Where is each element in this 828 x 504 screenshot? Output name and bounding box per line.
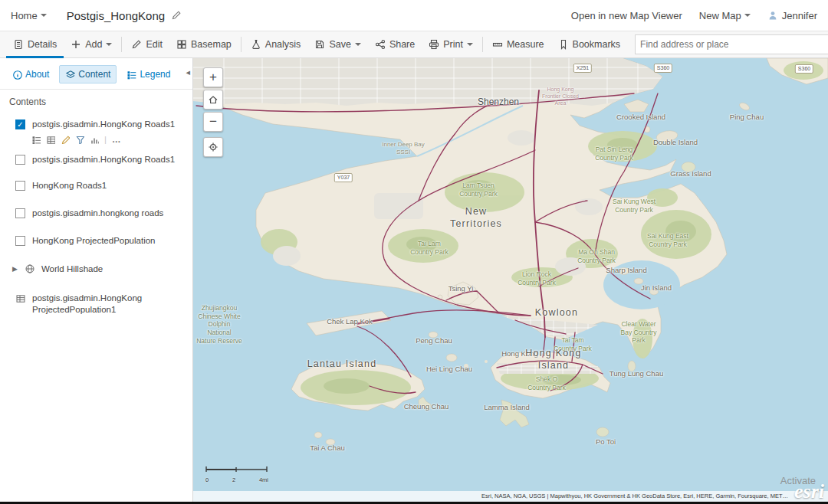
tab-content[interactable]: Content <box>59 65 117 83</box>
page-title: Postgis_HongKong <box>67 9 165 22</box>
add-label: Add <box>85 39 102 50</box>
filter-icon[interactable] <box>75 135 84 144</box>
print-icon <box>429 39 439 50</box>
share-icon <box>375 39 386 50</box>
chevron-down-icon <box>355 43 361 49</box>
scale-bar: 0 2 4mi <box>205 462 270 483</box>
table-layer-icon <box>15 293 25 303</box>
zoom-in-button[interactable]: + <box>203 67 223 87</box>
user-menu[interactable]: Jennifer <box>767 10 817 21</box>
layer-label[interactable]: postgis.gisadmin.hongkong roads <box>32 208 163 219</box>
toolbar-separator <box>121 37 122 52</box>
tab-content-label: Content <box>78 69 110 80</box>
home-icon <box>208 94 219 105</box>
expand-layer-icon[interactable]: ▶ <box>12 265 18 274</box>
layer-item[interactable]: HongKong ProjectedPopulation <box>0 230 192 251</box>
bookmarks-label: Bookmarks <box>573 39 621 50</box>
layer-list: ✓ postgis.gisadmin.HongKong Roads1 | … p… <box>0 110 192 320</box>
layer-item[interactable]: ✓ postgis.gisadmin.HongKong Roads1 <box>0 113 192 135</box>
layer-checkbox[interactable] <box>15 236 25 246</box>
scale-tick: 0 <box>205 476 209 483</box>
locate-icon <box>208 142 219 152</box>
add-icon <box>71 39 81 50</box>
details-sidebar: About Content Legend ◂ Contents ✓ postgi… <box>0 58 193 502</box>
edit-button[interactable]: Edit <box>124 31 169 58</box>
edit-title-icon[interactable] <box>171 10 182 21</box>
analysis-label: Analysis <box>265 39 301 50</box>
tab-about[interactable]: About <box>6 65 55 83</box>
layer-item[interactable]: postgis.gisadmin.hongkong roads <box>0 202 192 224</box>
user-name: Jennifer <box>782 10 817 21</box>
details-button[interactable]: Details <box>6 31 64 58</box>
measure-button[interactable]: Measure <box>485 31 551 58</box>
main-area: About Content Legend ◂ Contents ✓ postgi… <box>0 58 828 502</box>
toolbar-separator <box>241 37 242 52</box>
tools-divider: | <box>104 135 107 144</box>
home-menu[interactable]: Home <box>11 10 47 21</box>
scale-tick: 2 <box>232 476 235 483</box>
tab-legend-label: Legend <box>140 69 170 80</box>
arcgis-map-viewer: Home Postgis_HongKong Open in new Map Vi… <box>0 0 828 504</box>
tab-about-label: About <box>25 69 49 80</box>
top-bar: Home Postgis_HongKong Open in new Map Vi… <box>0 0 828 31</box>
open-new-map-viewer-link[interactable]: Open in new Map Viewer <box>571 10 682 21</box>
share-label: Share <box>389 39 415 50</box>
details-icon <box>13 39 24 50</box>
save-button[interactable]: Save <box>307 31 368 58</box>
scale-bar-graphic <box>205 466 270 473</box>
basemap-label: Basemap <box>191 39 232 50</box>
legend-icon <box>127 70 136 80</box>
share-button[interactable]: Share <box>368 31 422 58</box>
chevron-down-icon <box>467 43 473 49</box>
change-style-icon[interactable] <box>61 135 70 144</box>
perform-analysis-icon[interactable] <box>90 135 99 144</box>
more-options-icon[interactable]: … <box>112 135 122 144</box>
layer-item[interactable]: ▶ World Hillshade <box>0 258 192 280</box>
content-icon <box>65 70 75 80</box>
edit-icon <box>131 39 142 50</box>
route-shield: Y037 <box>334 173 353 182</box>
layer-label[interactable]: World Hillshade <box>41 263 103 275</box>
analysis-button[interactable]: Analysis <box>244 31 308 58</box>
add-button[interactable]: Add <box>64 31 119 58</box>
print-button[interactable]: Print <box>422 31 480 58</box>
chevron-down-icon <box>744 14 751 20</box>
layer-label[interactable]: postgis.gisadmin.HongKong Roads1 <box>32 119 175 130</box>
zoom-out-button[interactable]: − <box>203 112 223 132</box>
measure-label: Measure <box>507 39 544 50</box>
layer-item[interactable]: HongKong Roads1 <box>0 175 192 196</box>
route-shield: S360 <box>795 64 813 74</box>
route-shield: S360 <box>654 64 672 73</box>
layer-checkbox[interactable] <box>15 181 25 191</box>
show-table-icon[interactable] <box>46 135 55 144</box>
layer-checkbox[interactable] <box>15 208 25 218</box>
bookmarks-button[interactable]: Bookmarks <box>551 31 628 58</box>
layer-label[interactable]: HongKong ProjectedPopulation <box>32 235 155 247</box>
tab-legend[interactable]: Legend <box>120 65 176 83</box>
new-map-menu[interactable]: New Map <box>699 10 751 21</box>
toolbar-right-group: Save Share Print Measure Bookmarks <box>307 31 828 58</box>
collapse-sidebar-button[interactable]: ◂ <box>186 67 190 77</box>
layer-item[interactable]: postgis.gisadmin.HongKong ProjectedPopul… <box>0 287 192 320</box>
layer-label[interactable]: postgis.gisadmin.HongKong ProjectedPopul… <box>32 293 175 316</box>
layer-item[interactable]: postgis.gisadmin.HongKong Roads1 <box>0 149 192 170</box>
layer-checkbox[interactable] <box>15 155 25 165</box>
chevron-down-icon <box>106 43 112 49</box>
edit-label: Edit <box>146 39 163 50</box>
basemap-button[interactable]: Basemap <box>169 31 238 58</box>
details-label: Details <box>28 39 57 50</box>
measure-icon <box>492 39 503 50</box>
globe-icon <box>25 263 34 273</box>
home-extent-button[interactable] <box>203 90 223 110</box>
save-icon <box>314 39 325 50</box>
show-legend-icon[interactable] <box>31 135 41 144</box>
about-icon <box>12 70 22 80</box>
layer-label[interactable]: HongKong Roads1 <box>32 180 107 191</box>
layer-checkbox[interactable]: ✓ <box>15 119 25 129</box>
find-my-location-button[interactable] <box>203 137 223 157</box>
search-input[interactable] <box>640 39 828 50</box>
map-canvas[interactable]: Shenzhen Hong Kong Frontier Closed Area … <box>193 58 828 502</box>
basemap-icon <box>176 39 187 50</box>
user-avatar-icon <box>767 10 778 21</box>
layer-label[interactable]: postgis.gisadmin.HongKong Roads1 <box>32 154 175 165</box>
